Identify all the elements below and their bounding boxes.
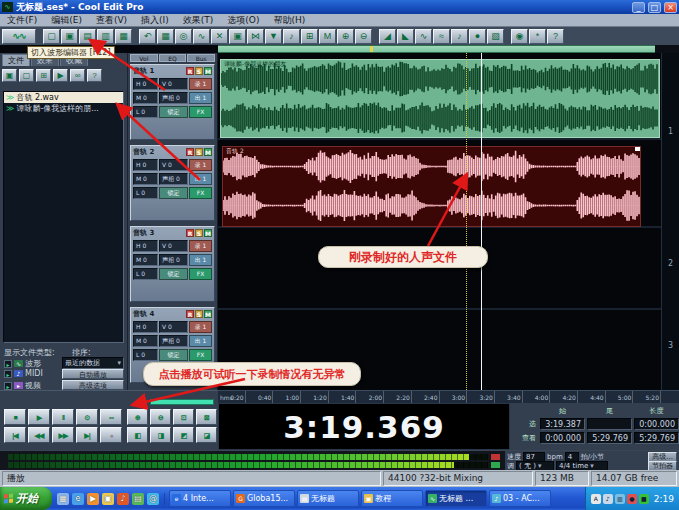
menu-item[interactable]: 查看(V) [89, 14, 134, 27]
video-checkbox[interactable]: ▸ [4, 382, 12, 390]
vocal-clip[interactable]: 音轨 2 [222, 146, 641, 227]
eq-low-field[interactable]: L 0 [133, 349, 158, 361]
zoom-out-button[interactable]: ⊖ [150, 409, 171, 425]
solo-button[interactable]: S [195, 148, 203, 156]
scheduler-tray-icon[interactable]: ■ [639, 494, 649, 504]
insert-to-multitrack-button[interactable]: ⊞ [36, 69, 51, 82]
tab-bus[interactable]: Bus [187, 54, 215, 62]
solo-button[interactable]: S [195, 67, 203, 75]
fx-button[interactable]: FX [189, 187, 212, 199]
group-blocks-button[interactable]: ⊞ [301, 29, 318, 44]
play-preview-button[interactable]: ▶ [53, 69, 68, 82]
taskbar-task-button[interactable]: ♪ 03 - AC... [489, 490, 551, 507]
music-clip[interactable]: 谭咏麟-像我这样的朋友 [220, 59, 660, 138]
timeline-ruler[interactable]: 0:200:401:001:201:402:002:202:403:003:20… [218, 390, 679, 403]
settings-button[interactable]: * [529, 29, 546, 44]
loop-preview-button[interactable]: ∞ [70, 69, 85, 82]
tempo-map-button[interactable]: ♪ [451, 29, 468, 44]
taskbar-task-button[interactable]: e 4 Inte... [169, 490, 231, 507]
mute-block-button[interactable]: M [319, 29, 336, 44]
mute-button[interactable]: M [204, 148, 212, 156]
close-file-button[interactable]: ▢ [19, 69, 34, 82]
menu-item[interactable]: 选项(O) [220, 14, 266, 27]
lock-button[interactable]: 锁定 [159, 187, 188, 199]
mute-button[interactable]: M [204, 310, 212, 318]
zoom-in-button[interactable]: ⊕ [127, 409, 148, 425]
metronome-button[interactable]: ♪ [283, 29, 300, 44]
zoom-in-vertical-button[interactable]: ◧ [127, 427, 148, 443]
new-session-button[interactable]: ▢ [43, 29, 60, 44]
winamp-icon[interactable]: ♪ [117, 493, 129, 505]
mix-down-button[interactable]: ⋈ [247, 29, 264, 44]
undo-button[interactable]: ↶ [139, 29, 156, 44]
level-meters[interactable] [0, 450, 505, 470]
volume-field[interactable]: V 0 [159, 78, 188, 90]
network-tray-icon[interactable]: ▥ [615, 494, 625, 504]
show-desktop-icon[interactable]: ▦ [57, 493, 69, 505]
mute-button[interactable]: M [204, 67, 212, 75]
play-button[interactable]: ▶ [28, 409, 50, 425]
device-order-button[interactable]: ▧ [487, 29, 504, 44]
volume-field[interactable]: V 0 [159, 321, 188, 333]
mixers-window-button[interactable]: ▦ [157, 29, 174, 44]
zoom-right-edge-button[interactable]: ◪ [196, 427, 217, 443]
eq-high-field[interactable]: H 0 [133, 240, 158, 252]
record-device-button[interactable]: 录 1 [189, 240, 212, 252]
eq-high-field[interactable]: H 0 [133, 78, 158, 90]
record-arm-button[interactable]: R [186, 67, 194, 75]
ie-icon[interactable]: e [72, 493, 84, 505]
eq-mid-field[interactable]: M 0 [133, 92, 158, 104]
track-lane-3[interactable] [218, 230, 661, 310]
lock-button[interactable]: 锁定 [159, 106, 188, 118]
key-dropdown[interactable]: ( 无 ) [516, 461, 554, 471]
pan-field[interactable]: 声相 0 [159, 254, 188, 266]
pan-field[interactable]: 声相 0 [159, 335, 188, 347]
pan-field[interactable]: 声相 0 [159, 173, 188, 185]
open-session-button[interactable]: ▣ [61, 29, 78, 44]
eq-mid-field[interactable]: M 0 [133, 173, 158, 185]
sort-dropdown[interactable]: 最近的数据 [62, 357, 124, 369]
auto-play-button[interactable]: 自动播放 [62, 369, 124, 379]
edit-waveform-button[interactable]: ∿ [193, 29, 210, 44]
solo-button[interactable]: S [195, 310, 203, 318]
solo-button[interactable]: S [195, 229, 203, 237]
midi-checkbox[interactable]: ▸ [4, 370, 12, 378]
track-lane-1[interactable]: 谭咏麟-像我这样的朋友 [218, 53, 661, 140]
fx-button[interactable]: FX [189, 349, 212, 361]
media-player-icon[interactable]: ▶ [87, 493, 99, 505]
punch-in-button[interactable]: ● [469, 29, 486, 44]
volume-envelope-button[interactable]: ◢ [379, 29, 396, 44]
zoom-full-button[interactable]: ⊡ [173, 409, 194, 425]
cd-burn-button[interactable]: ◉ [511, 29, 528, 44]
record-arm-button[interactable]: R [186, 229, 194, 237]
antivirus-tray-icon[interactable]: ● [627, 494, 637, 504]
zoom-out-vertical-button[interactable]: ◨ [150, 427, 171, 443]
cut-button[interactable]: ✕ [211, 29, 228, 44]
zoom-in-horizontal-button[interactable]: ⊕ [337, 29, 354, 44]
eq-high-field[interactable]: H 0 [133, 159, 158, 171]
cd-player-view-button[interactable]: ◎ [175, 29, 192, 44]
volume-field[interactable]: V 0 [159, 240, 188, 252]
minimize-button[interactable]: _ [632, 2, 645, 13]
clip-resize-handle[interactable] [635, 147, 640, 151]
stop-button[interactable]: ■ [4, 409, 26, 425]
output-device-button[interactable]: 出 1 [189, 254, 212, 266]
maximize-button[interactable]: □ [648, 2, 661, 13]
eq-low-field[interactable]: L 0 [133, 187, 158, 199]
wet-dry-envelope-button[interactable]: ∿ [415, 29, 432, 44]
record-device-button[interactable]: 录 1 [189, 321, 212, 333]
pause-button[interactable]: II [52, 409, 74, 425]
wave-checkbox[interactable]: ▸ [4, 360, 12, 368]
folder-icon[interactable]: ▣ [102, 493, 114, 505]
volume-tray-icon[interactable]: ♪ [603, 494, 613, 504]
volume-field[interactable]: V 0 [159, 159, 188, 171]
time-signature-dropdown[interactable]: 4/4 time [556, 461, 608, 471]
taskbar-task-button[interactable]: G Globa15... [233, 490, 295, 507]
eq-mid-field[interactable]: M 0 [133, 254, 158, 266]
ime-tray-icon[interactable]: A [591, 494, 601, 504]
metronome-button[interactable]: 节拍器 [648, 461, 677, 471]
mute-button[interactable]: M [204, 229, 212, 237]
panel-scrollbar[interactable] [150, 399, 214, 405]
marker-button[interactable]: ▼ [265, 29, 282, 44]
organizer-help-button[interactable]: ? [87, 69, 102, 82]
